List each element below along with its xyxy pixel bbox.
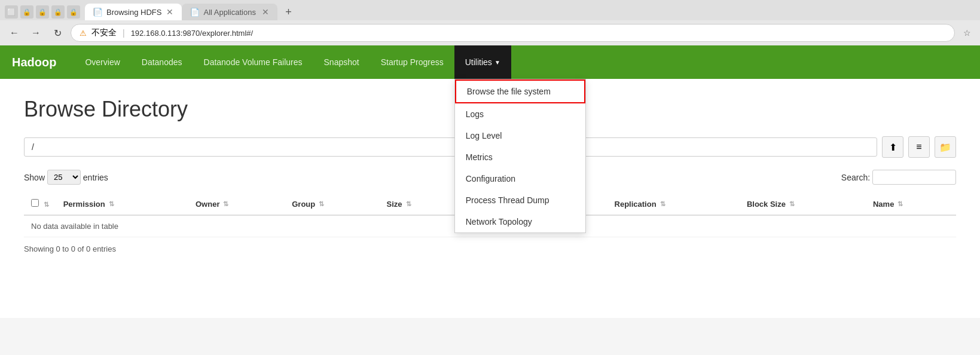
th-group[interactable]: Group ⇅ xyxy=(285,193,379,215)
new-tab-button[interactable]: + xyxy=(280,4,297,20)
tab-label-hdfs: Browsing HDFS xyxy=(106,8,161,17)
address-bar[interactable]: ⚠ 不安全 | 192.168.0.113:9870/explorer.html… xyxy=(71,24,955,42)
nav-datanode-failures[interactable]: Datanode Volume Failures xyxy=(193,45,313,79)
security-warning-text: 不安全 xyxy=(91,27,117,38)
nav-startup-progress[interactable]: Startup Progress xyxy=(370,45,454,79)
reload-button[interactable]: ↻ xyxy=(49,25,66,41)
browser-icon-4: 🔒 xyxy=(51,5,65,19)
browser-icons: ⬜ 🔒 🔒 🔒 🔒 xyxy=(5,5,80,19)
th-name[interactable]: Name ⇅ xyxy=(866,193,956,215)
tab-favicon-hdfs: 📄 xyxy=(93,8,102,16)
tab-close-apps[interactable]: ✕ xyxy=(262,7,269,17)
address-bar-row: ← → ↻ ⚠ 不安全 | 192.168.0.113:9870/explore… xyxy=(0,20,980,45)
browser-icon-1: ⬜ xyxy=(5,5,18,19)
nav-overview[interactable]: Overview xyxy=(74,45,130,79)
th-size[interactable]: Size ⇅ xyxy=(380,193,459,215)
bookmark-icon[interactable]: ☆ xyxy=(960,26,974,40)
th-checkbox: ⇅ xyxy=(24,193,56,215)
dropdown-arrow-icon: ▼ xyxy=(494,59,500,66)
path-input[interactable] xyxy=(24,137,877,157)
th-owner[interactable]: Owner ⇅ xyxy=(188,193,285,215)
browser-icon-3: 🔒 xyxy=(36,5,49,19)
search-label: Search: xyxy=(841,173,870,182)
sort-icon-owner: ⇅ xyxy=(223,200,228,208)
search-input[interactable] xyxy=(872,170,956,185)
security-warning-icon: ⚠ xyxy=(80,29,87,38)
tab-all-apps[interactable]: 📄 All Applications ✕ xyxy=(182,4,277,20)
sort-icon-name: ⇅ xyxy=(897,200,903,208)
show-label: Show xyxy=(24,173,45,182)
th-replication[interactable]: Replication ⇅ xyxy=(607,193,740,215)
sort-icon-replication: ⇅ xyxy=(660,200,665,208)
tab-hdfs[interactable]: 📄 Browsing HDFS ✕ xyxy=(85,4,182,20)
select-all-checkbox[interactable] xyxy=(31,199,39,207)
nav-datanodes[interactable]: Datanodes xyxy=(131,45,193,79)
entries-select[interactable]: 10 25 50 100 xyxy=(47,170,81,185)
dropdown-metrics[interactable]: Metrics xyxy=(455,146,585,168)
utilities-dropdown: Browse the file system Logs Log Level Me… xyxy=(454,79,586,233)
dropdown-network-topology[interactable]: Network Topology xyxy=(455,211,585,232)
nav-snapshot[interactable]: Snapshot xyxy=(313,45,370,79)
brand-logo[interactable]: Hadoop xyxy=(12,56,56,69)
entries-label: entries xyxy=(83,173,108,182)
th-block-size[interactable]: Block Size ⇅ xyxy=(740,193,866,215)
dropdown-log-level[interactable]: Log Level xyxy=(455,125,585,146)
dropdown-process-thread-dump[interactable]: Process Thread Dump xyxy=(455,189,585,211)
th-permission[interactable]: Permission ⇅ xyxy=(56,193,188,215)
create-dir-button[interactable]: 📁 xyxy=(935,136,956,158)
showing-text: Showing 0 to 0 of 0 entries xyxy=(24,244,956,253)
list-view-button[interactable]: ≡ xyxy=(908,136,930,158)
sort-icon-size: ⇅ xyxy=(406,200,411,208)
tab-close-hdfs[interactable]: ✕ xyxy=(166,7,173,17)
sort-icon-group: ⇅ xyxy=(319,200,324,208)
upload-button[interactable]: ⬆ xyxy=(882,136,903,158)
browser-icon-2: 🔒 xyxy=(20,5,33,19)
dropdown-browse-fs[interactable]: Browse the file system xyxy=(455,79,585,103)
separator: | xyxy=(123,28,125,38)
tab-favicon-apps: 📄 xyxy=(190,8,199,16)
back-button[interactable]: ← xyxy=(6,25,23,41)
nav-links: Overview Datanodes Datanode Volume Failu… xyxy=(74,45,511,79)
navbar: Hadoop Overview Datanodes Datanode Volum… xyxy=(0,45,980,79)
tab-bar: ⬜ 🔒 🔒 🔒 🔒 📄 Browsing HDFS ✕ 📄 All Applic… xyxy=(0,0,980,20)
dropdown-logs[interactable]: Logs xyxy=(455,103,585,125)
sort-icon-block-size: ⇅ xyxy=(789,200,795,208)
browser-icon-5: 🔒 xyxy=(67,5,80,19)
sort-icon-permission: ⇅ xyxy=(109,200,114,208)
forward-button[interactable]: → xyxy=(28,25,44,41)
url-text: 192.168.0.113:9870/explorer.html#/ xyxy=(131,29,254,38)
sort-icon-checkbox: ⇅ xyxy=(44,201,49,208)
browser-chrome: ⬜ 🔒 🔒 🔒 🔒 📄 Browsing HDFS ✕ 📄 All Applic… xyxy=(0,0,980,45)
tab-label-apps: All Applications xyxy=(203,8,255,17)
dropdown-configuration[interactable]: Configuration xyxy=(455,168,585,189)
nav-utilities[interactable]: Utilities ▼ xyxy=(454,45,511,79)
